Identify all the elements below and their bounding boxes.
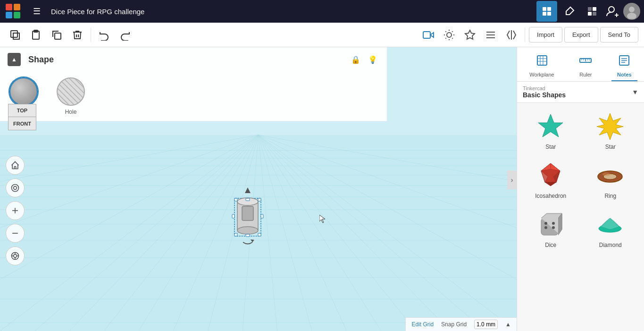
- svg-point-122: [602, 172, 610, 176]
- shape-item-diamond[interactable]: Diamond: [581, 205, 641, 254]
- star-teal-label: Star: [545, 144, 556, 150]
- project-title: Dice Piece for RPG challenge: [51, 8, 533, 16]
- edit-grid-label[interactable]: Edit Grid: [411, 321, 434, 328]
- delete-button[interactable]: [68, 25, 87, 44]
- light-mode-button[interactable]: [440, 25, 459, 44]
- left-tools: [6, 156, 25, 265]
- shape-item-icosahedron[interactable]: Icosahedron: [521, 156, 581, 205]
- shape-item-star-gold[interactable]: Star: [581, 107, 641, 156]
- grid-tool[interactable]: [6, 246, 25, 265]
- home-tool[interactable]: [6, 156, 25, 175]
- camera-mode-button[interactable]: [419, 25, 438, 44]
- svg-point-33: [12, 185, 19, 192]
- user-avatar[interactable]: [623, 3, 640, 20]
- lightbulb-icon[interactable]: 💡: [366, 53, 379, 66]
- import-button[interactable]: Import: [529, 27, 562, 42]
- shapes-category-label: Tinkercad: [523, 85, 566, 91]
- project-list-icon[interactable]: ☰: [26, 1, 47, 22]
- shape-panel-collapse-button[interactable]: ▲: [8, 53, 21, 66]
- ring-label: Ring: [604, 193, 616, 199]
- sendto-button[interactable]: Send To: [600, 27, 638, 42]
- svg-point-12: [629, 7, 635, 12]
- notes-icon: [618, 54, 631, 70]
- view-cube-front[interactable]: FRONT: [8, 117, 36, 130]
- svg-marker-112: [538, 114, 563, 137]
- tinkercad-logo[interactable]: [4, 2, 23, 21]
- svg-rect-91: [246, 234, 250, 237]
- svg-marker-94: [245, 187, 251, 193]
- svg-point-125: [552, 226, 555, 229]
- svg-point-8: [609, 7, 614, 12]
- paste-button[interactable]: [26, 25, 45, 44]
- svg-rect-86: [234, 198, 237, 201]
- shape-item-star-teal[interactable]: Star: [521, 107, 581, 156]
- shape-mode-button[interactable]: [460, 25, 479, 44]
- zoom-out-tool[interactable]: [6, 224, 25, 243]
- dice-preview: [534, 211, 567, 239]
- shape-panel-icons: 🔒 💡: [349, 53, 379, 66]
- canvas-area[interactable]: TOP FRONT: [0, 47, 517, 331]
- star-gold-label: Star: [605, 144, 616, 150]
- icosahedron-label: Icosahedron: [535, 193, 566, 199]
- lock-icon[interactable]: 🔒: [349, 53, 362, 66]
- svg-rect-5: [593, 7, 596, 11]
- view-cube[interactable]: TOP FRONT: [4, 104, 41, 141]
- workplane-tab[interactable]: Workplane: [524, 51, 560, 81]
- svg-rect-7: [593, 12, 596, 16]
- view-cube-top[interactable]: TOP: [8, 104, 36, 117]
- copy-workplane-button[interactable]: [6, 25, 25, 44]
- svg-point-127: [544, 226, 547, 229]
- snap-grid-input[interactable]: [474, 320, 498, 329]
- star-gold-preview: [594, 112, 627, 141]
- svg-line-22: [445, 31, 446, 32]
- undo-button[interactable]: [95, 25, 114, 44]
- mirror-button[interactable]: [502, 25, 521, 44]
- svg-point-38: [14, 255, 17, 258]
- shapes-dropdown-info: Tinkercad Basic Shapes: [523, 85, 566, 99]
- shape-item-dice[interactable]: Dice: [521, 205, 581, 254]
- 3d-object[interactable]: [229, 187, 267, 243]
- shapes-value-label: Basic Shapes: [523, 91, 566, 99]
- icosahedron-preview: [534, 161, 567, 190]
- hole-option[interactable]: Hole: [57, 77, 85, 115]
- blocks-icon[interactable]: [582, 1, 602, 22]
- svg-point-34: [14, 187, 17, 190]
- notes-tab[interactable]: Notes: [611, 51, 637, 81]
- svg-line-26: [445, 38, 446, 38]
- svg-rect-90: [246, 198, 250, 201]
- snap-grid-label: Snap Grid: [441, 321, 467, 328]
- svg-marker-28: [465, 30, 475, 39]
- add-user-button[interactable]: [604, 3, 621, 20]
- ruler-tab[interactable]: Ruler: [573, 51, 598, 81]
- export-button[interactable]: Export: [564, 27, 598, 42]
- shape-options: Solid Hole: [0, 72, 387, 121]
- logo-cell-green: [14, 12, 20, 18]
- canvas-status: Edit Grid Snap Grid ▲: [405, 317, 517, 331]
- logo-cell-red: [6, 4, 12, 10]
- svg-point-124: [544, 222, 547, 225]
- workplane-icon: [535, 54, 549, 70]
- svg-line-23: [452, 38, 452, 38]
- diamond-preview: [594, 211, 627, 239]
- hole-label: Hole: [65, 109, 77, 115]
- zoom-in-tool[interactable]: [6, 201, 25, 220]
- diamond-label: Diamond: [599, 242, 622, 248]
- shapes-dropdown[interactable]: Tinkercad Basic Shapes ▼: [517, 82, 644, 103]
- 3d-view-icon[interactable]: [536, 1, 557, 22]
- snap-grid-arrow[interactable]: ▲: [505, 321, 511, 328]
- panel-toggle-button[interactable]: ›: [507, 170, 517, 189]
- duplicate-button[interactable]: [47, 25, 66, 44]
- workplane-tab-label: Workplane: [529, 72, 554, 77]
- svg-rect-85: [242, 206, 253, 221]
- svg-rect-92: [232, 214, 234, 218]
- separator-2: [525, 28, 525, 42]
- solid-shape-preview: [9, 77, 38, 106]
- shape-item-ring[interactable]: Ring: [581, 156, 641, 205]
- redo-button[interactable]: [116, 25, 134, 44]
- svg-point-126: [552, 222, 555, 225]
- edit-icon[interactable]: [559, 1, 580, 22]
- svg-point-19: [447, 33, 452, 37]
- svg-rect-89: [258, 233, 261, 236]
- fit-tool[interactable]: [6, 178, 25, 197]
- align-button[interactable]: [481, 25, 500, 44]
